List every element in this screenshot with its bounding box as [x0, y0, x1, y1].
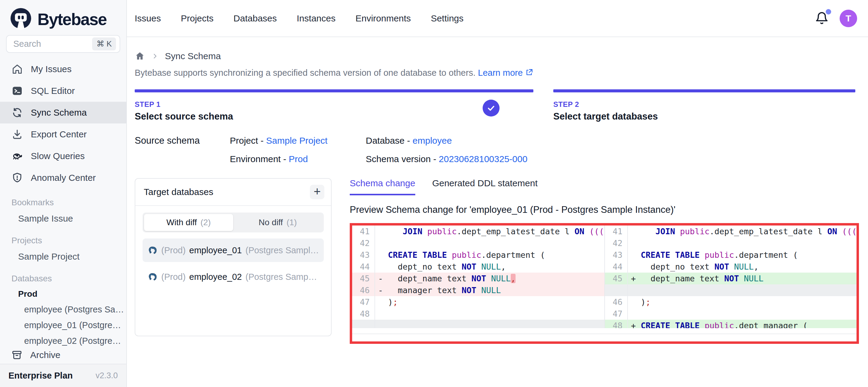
- sidebar-db-employee[interactable]: employee (Postgres Sa…: [0, 301, 126, 317]
- sidebar-menu: My Issues SQL Editor Sync Schema Export …: [0, 58, 126, 189]
- sidebar-item-archive[interactable]: Archive: [0, 346, 126, 364]
- sidebar-item-label: SQL Editor: [31, 86, 75, 96]
- field-label: Schema version -: [366, 154, 439, 164]
- diff-row: 45+ dept_name text NOT NULL: [605, 272, 857, 284]
- search-shortcut-badge: ⌘ K: [92, 37, 116, 51]
- preview-tabs: Schema change Generated DDL statement: [350, 178, 859, 195]
- schema-version-link[interactable]: 20230628100325-000: [439, 154, 528, 164]
- diff-row: 45- dept_name text NOT NULL,: [352, 272, 604, 284]
- field-label: Project -: [230, 135, 266, 146]
- preview-title: Preview Schema change for 'employee_01 (…: [350, 204, 859, 215]
- plan-name: Enterprise Plan: [8, 371, 73, 381]
- home-icon[interactable]: [135, 51, 145, 61]
- project-link[interactable]: Sample Project: [266, 135, 328, 146]
- nav-instances[interactable]: Instances: [297, 13, 336, 24]
- schema-preview: Schema change Generated DDL statement Pr…: [350, 178, 859, 344]
- sidebar-item-label: Slow Queries: [31, 151, 85, 161]
- diff-row: 41 JOIN public.dept_emp_latest_date l ON…: [605, 226, 857, 237]
- diff-row: 46 );: [605, 296, 857, 308]
- source-version-field: Schema version - 20230628100325-000: [366, 154, 859, 164]
- diff-row: 43 CREATE TABLE public.department (: [352, 249, 604, 261]
- diff-row: 41 JOIN public.dept_emp_latest_date l ON…: [352, 226, 604, 237]
- postgres-icon: [147, 272, 158, 282]
- brand-name: Bytebase: [37, 10, 106, 29]
- top-navigation: Issues Projects Databases Instances Envi…: [127, 0, 868, 37]
- diff-row: 44 dept_no text NOT NULL,: [352, 261, 604, 272]
- archive-label: Archive: [30, 350, 60, 360]
- step-2[interactable]: STEP 2 Select target databases: [553, 89, 855, 122]
- databases-header: Databases: [0, 265, 126, 287]
- environment-link[interactable]: Prod: [289, 154, 308, 164]
- target-db-employee-01[interactable]: (Prod) employee_01 (Postgres Sampl…: [143, 238, 324, 262]
- tab-count: (1): [287, 218, 297, 227]
- notification-dot: [826, 9, 831, 14]
- home-icon: [11, 63, 23, 75]
- main-content: Sync Schema Bytebase supports synchroniz…: [127, 37, 868, 387]
- diff-row: [352, 320, 604, 328]
- add-target-database-button[interactable]: +: [310, 185, 324, 199]
- diff-filter-tabs: With diff (2) No diff (1): [143, 213, 324, 232]
- nav-environments[interactable]: Environments: [355, 13, 411, 24]
- notifications-button[interactable]: [815, 11, 829, 25]
- diff-pane-left: 41 JOIN public.dept_emp_latest_date l ON…: [352, 226, 604, 328]
- diff-row: 47: [605, 308, 857, 320]
- description-text: Bytebase supports synchronizing a specif…: [135, 68, 475, 77]
- db-name: employee_01: [189, 246, 242, 255]
- schema-diff-viewer: 41 JOIN public.dept_emp_latest_date l ON…: [350, 223, 859, 344]
- app: Bytebase Search ⌘ K My Issues SQL Editor: [0, 0, 868, 387]
- target-database-list: (Prod) employee_01 (Postgres Sampl… (Pro…: [143, 238, 324, 289]
- sidebar-item-anomaly-center[interactable]: Anomaly Center: [0, 167, 126, 189]
- field-label: Environment -: [230, 154, 289, 164]
- tab-schema-change[interactable]: Schema change: [350, 178, 415, 195]
- search-placeholder: Search: [13, 39, 92, 49]
- db-instance: (Postgres Samp…: [246, 272, 317, 282]
- sidebar-db-employee-01[interactable]: employee_01 (Postgre…: [0, 317, 126, 333]
- nav-settings[interactable]: Settings: [431, 13, 463, 24]
- nav-projects[interactable]: Projects: [181, 13, 214, 24]
- diff-row: 47 );: [352, 296, 604, 308]
- check-icon: [487, 103, 496, 112]
- source-environment-field: Environment - Prod: [230, 154, 366, 164]
- target-db-employee-02[interactable]: (Prod) employee_02 (Postgres Samp…: [143, 265, 324, 289]
- diff-scrollbar-strip[interactable]: [352, 328, 857, 342]
- tab-no-diff[interactable]: No diff (1): [233, 214, 322, 231]
- step-2-label: STEP 2: [553, 100, 658, 109]
- breadcrumb: Sync Schema: [135, 51, 859, 61]
- database-link[interactable]: employee: [412, 135, 452, 146]
- diff-pane-right: 41 JOIN public.dept_emp_latest_date l ON…: [604, 226, 857, 328]
- sidebar: Bytebase Search ⌘ K My Issues SQL Editor: [0, 0, 127, 387]
- db-instance: (Postgres Sampl…: [246, 246, 319, 255]
- db-name: employee_02: [189, 272, 242, 282]
- sidebar-db-employee-02[interactable]: employee_02 (Postgre…: [0, 333, 126, 347]
- env-group-prod[interactable]: Prod: [0, 287, 126, 301]
- chevron-right-icon: [152, 53, 158, 60]
- search-input[interactable]: Search ⌘ K: [6, 35, 120, 53]
- source-database-field: Database - employee: [366, 135, 859, 146]
- brand-logo[interactable]: Bytebase: [0, 0, 126, 31]
- diff-row: 44 dept_no text NOT NULL,: [605, 261, 857, 272]
- archive-icon: [11, 350, 22, 360]
- db-env: (Prod): [161, 272, 186, 282]
- top-nav-links: Issues Projects Databases Instances Envi…: [135, 13, 464, 24]
- sidebar-item-slow-queries[interactable]: Slow Queries: [0, 145, 126, 167]
- tab-generated-ddl[interactable]: Generated DDL statement: [432, 178, 537, 195]
- sidebar-item-sample-project[interactable]: Sample Project: [0, 249, 126, 265]
- sidebar-item-sample-issue[interactable]: Sample Issue: [0, 211, 126, 227]
- db-env: (Prod): [161, 246, 186, 255]
- terminal-icon: [11, 85, 23, 97]
- nav-issues[interactable]: Issues: [135, 13, 161, 24]
- nav-databases[interactable]: Databases: [234, 13, 277, 24]
- step-1[interactable]: STEP 1 Select source schema: [135, 89, 533, 122]
- tab-label: With diff: [166, 218, 197, 227]
- postgres-icon: [147, 245, 158, 255]
- tab-with-diff[interactable]: With diff (2): [144, 214, 233, 231]
- database-tree: Prod employee (Postgres Sa… employee_01 …: [0, 287, 126, 347]
- plan-bar[interactable]: Enterprise Plan v2.3.0: [0, 364, 126, 387]
- sidebar-item-my-issues[interactable]: My Issues: [0, 58, 126, 80]
- sidebar-item-export-center[interactable]: Export Center: [0, 124, 126, 145]
- sidebar-item-sql-editor[interactable]: SQL Editor: [0, 80, 126, 102]
- sidebar-item-sync-schema[interactable]: Sync Schema: [0, 102, 126, 124]
- learn-more-link[interactable]: Learn more: [478, 68, 523, 77]
- user-avatar[interactable]: T: [840, 10, 857, 27]
- step-1-progress-bar: [135, 89, 533, 92]
